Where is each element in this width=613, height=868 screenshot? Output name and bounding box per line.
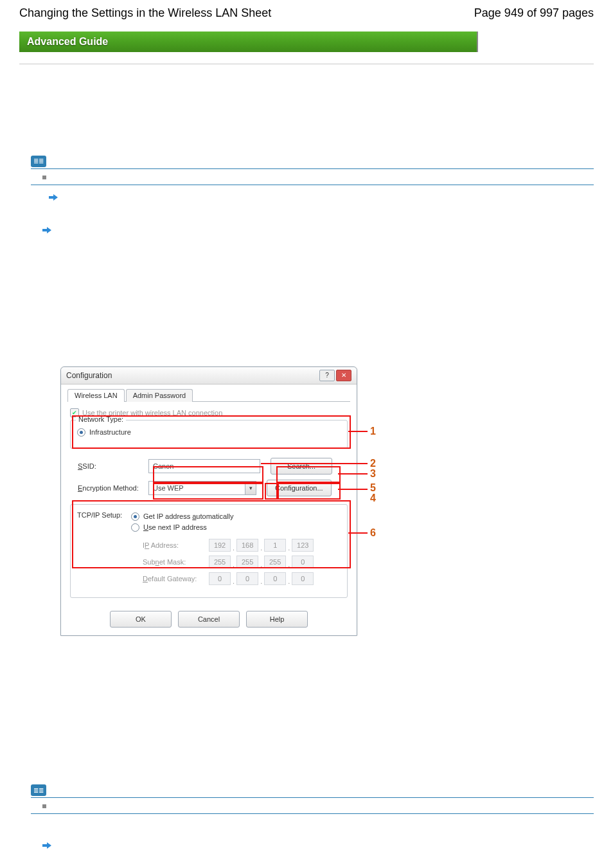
configuration-dialog: Configuration ? ✕ Wireless LAN Admin Pas…: [60, 366, 357, 636]
arrow-right-icon: [49, 194, 58, 201]
ok-button[interactable]: OK: [110, 611, 172, 628]
infrastructure-radio[interactable]: [77, 428, 85, 437]
arrow-right-icon: [42, 226, 51, 234]
note-block-2: ≣≣: [31, 784, 594, 854]
tab-admin-password[interactable]: Admin Password: [126, 389, 193, 402]
ssid-label: SSID:: [78, 462, 148, 470]
banner: Advanced Guide: [19, 32, 478, 52]
network-type-label: Network Type:: [76, 415, 126, 423]
help-window-button[interactable]: ?: [319, 370, 335, 381]
note-block-1: ≣≣: [31, 154, 594, 238]
note1-bullet: [31, 169, 594, 183]
tab-wireless-lan[interactable]: Wireless LAN: [67, 389, 125, 402]
close-window-button[interactable]: ✕: [336, 370, 351, 381]
ip-address-label: IP Address:: [143, 541, 207, 549]
cancel-button[interactable]: Cancel: [178, 611, 240, 628]
tcpip-group: TCP/IP Setup: Get IP address automatical…: [70, 504, 348, 598]
infrastructure-radio-row: Infrastructure: [77, 427, 341, 438]
subnet-field: 255. 255. 255. 0: [209, 556, 314, 568]
encryption-dropdown[interactable]: Use WEP ▾: [148, 481, 256, 495]
callout-3: 3: [370, 468, 376, 480]
encryption-label: Encryption Method:: [78, 484, 148, 492]
square-bullet-icon: [42, 804, 46, 808]
auto-ip-label: Get IP address automatically: [143, 512, 233, 520]
note-icon: ≣≣: [31, 156, 46, 167]
auto-ip-radio[interactable]: [131, 512, 139, 521]
note2-arrow-row: [31, 837, 594, 853]
callout-6: 6: [370, 527, 376, 539]
gateway-field: 0. 0. 0. 0: [209, 572, 314, 585]
configuration-dialog-figure: Configuration ? ✕ Wireless LAN Admin Pas…: [60, 366, 388, 636]
note1-arrow-row-1: [31, 189, 594, 205]
note-icon: ≣≣: [31, 784, 46, 796]
dialog-title: Configuration: [66, 371, 112, 380]
subnet-label: Subnet Mask:: [143, 558, 207, 566]
arrow-right-icon: [42, 842, 51, 849]
banner-title: Advanced Guide: [27, 36, 108, 48]
gateway-label: Default Gateway:: [143, 575, 207, 583]
note2-bullet: [31, 798, 594, 812]
square-bullet-icon: [42, 176, 46, 179]
divider: [19, 64, 594, 64]
next-ip-label: Use next IP address: [143, 523, 207, 531]
callout-1: 1: [370, 426, 376, 437]
network-type-group: Network Type: Infrastructure: [70, 420, 348, 449]
help-button[interactable]: Help: [246, 611, 308, 628]
dialog-titlebar: Configuration ? ✕: [61, 367, 357, 384]
configuration-button[interactable]: Configuration...: [267, 480, 332, 496]
tcpip-label: TCP/IP Setup:: [77, 511, 131, 587]
infrastructure-label: Infrastructure: [89, 428, 131, 436]
header-left: Changing the Settings in the Wireless LA…: [19, 6, 271, 20]
encryption-value: Use WEP: [153, 484, 184, 492]
ssid-field[interactable]: Canon: [148, 459, 260, 473]
search-button[interactable]: Search...: [271, 458, 332, 475]
callout-4: 4: [370, 493, 376, 504]
header-right: Page 949 of 997 pages: [474, 6, 594, 20]
ip-address-field: 192. 168. 1. 123: [209, 539, 314, 552]
note1-arrow-row-2: [31, 222, 594, 238]
next-ip-radio[interactable]: [131, 523, 139, 532]
chevron-down-icon: ▾: [245, 482, 256, 494]
